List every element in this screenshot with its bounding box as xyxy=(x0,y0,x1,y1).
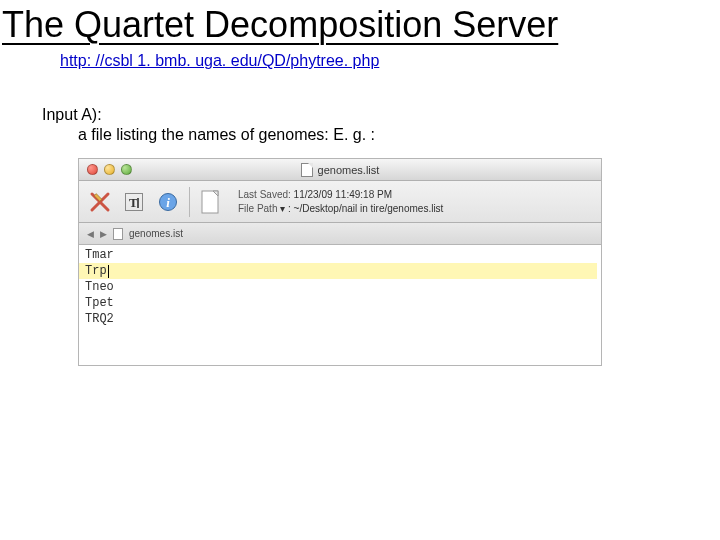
last-saved-label: Last Saved: xyxy=(238,189,291,200)
info-icon[interactable]: i xyxy=(155,189,181,215)
svg-rect-3 xyxy=(137,198,139,208)
tab-document-icon xyxy=(113,228,123,240)
tab-label[interactable]: genomes.ist xyxy=(129,228,183,239)
server-url-link[interactable]: http: //csbl 1. bmb. uga. edu/QD/phytree… xyxy=(60,52,379,70)
svg-text:T: T xyxy=(129,195,138,210)
file-info: Last Saved: 11/23/09 11:49:18 PM File Pa… xyxy=(238,188,443,215)
window-title: genomes.list xyxy=(318,164,380,176)
file-path-label: File Path xyxy=(238,203,277,214)
last-saved-value: 11/23/09 11:49:18 PM xyxy=(294,189,392,200)
toolbar-left-group: T i xyxy=(87,189,181,215)
content-line: Tmar xyxy=(85,247,601,263)
text-editor-window: genomes.list T i xyxy=(78,158,602,366)
window-title-wrap: genomes.list xyxy=(79,163,601,177)
new-document-icon[interactable] xyxy=(198,189,224,215)
minimize-button[interactable] xyxy=(104,164,115,175)
content-line: Tpet xyxy=(85,295,601,311)
window-titlebar: genomes.list xyxy=(79,159,601,181)
file-path-value: ▾ : ~/Desktop/nail in tire/genomes.list xyxy=(280,203,443,214)
tab-chevron-right-icon[interactable]: ▶ xyxy=(100,229,107,239)
content-line: Tneo xyxy=(85,279,601,295)
toolbar: T i Last Saved: 11/23/09 11:49:18 PM xyxy=(79,181,601,223)
svg-text:i: i xyxy=(166,195,170,210)
document-icon xyxy=(301,163,313,177)
input-label: Input A): xyxy=(42,106,720,124)
zoom-button[interactable] xyxy=(121,164,132,175)
text-caret: Trp xyxy=(85,264,109,278)
content-line: TRQ2 xyxy=(85,311,601,327)
editor-content[interactable]: Tmar Trp Tneo Tpet TRQ2 xyxy=(79,245,601,365)
traffic-lights xyxy=(87,164,132,175)
tab-bar: ◀ ▶ genomes.ist xyxy=(79,223,601,245)
input-description: a file listing the names of genomes: E. … xyxy=(78,126,720,144)
pencil-cross-icon[interactable] xyxy=(87,189,113,215)
content-line-highlighted: Trp xyxy=(79,263,597,279)
tab-chevron-left-icon[interactable]: ◀ xyxy=(87,229,94,239)
slide-title: The Quartet Decomposition Server xyxy=(0,0,720,46)
close-button[interactable] xyxy=(87,164,98,175)
toolbar-divider xyxy=(189,187,190,217)
text-tool-icon[interactable]: T xyxy=(121,189,147,215)
